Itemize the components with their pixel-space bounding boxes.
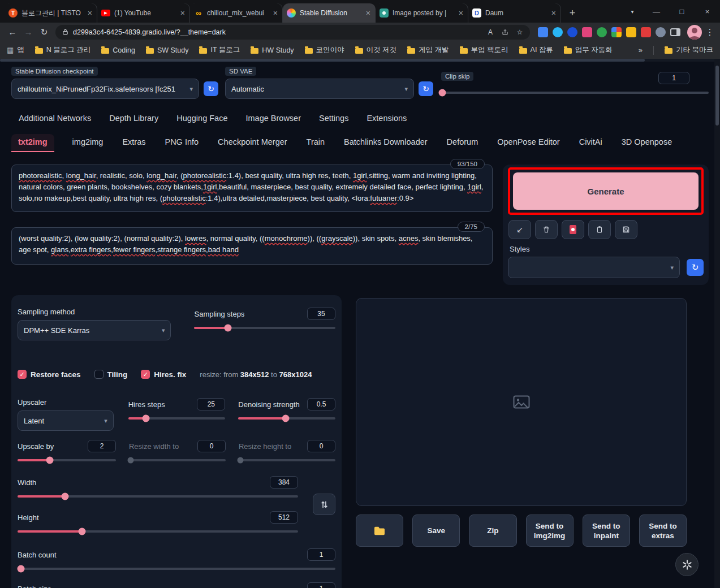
extension-icon[interactable] bbox=[538, 27, 548, 37]
checkbox[interactable]: ✓ bbox=[18, 370, 27, 379]
browser-menu-button[interactable]: ⋮ bbox=[704, 27, 715, 37]
slider-handle[interactable] bbox=[128, 457, 134, 464]
close-window-button[interactable]: × bbox=[695, 0, 720, 23]
bookmark-folder[interactable]: N 블로그 관리 bbox=[35, 45, 90, 55]
bookmark-folder[interactable]: 게임 개발 bbox=[407, 45, 449, 55]
slider-handle[interactable] bbox=[46, 457, 54, 464]
resize-height-slider[interactable] bbox=[239, 459, 335, 461]
tab-img2img[interactable]: img2img bbox=[71, 134, 105, 152]
tab-deforum[interactable]: Deforum bbox=[446, 134, 480, 152]
browser-tab-image-posted[interactable]: Image posted by | × bbox=[376, 3, 468, 23]
checkpoint-refresh-button[interactable]: ↻ bbox=[204, 81, 218, 96]
hires-steps-slider[interactable] bbox=[128, 417, 226, 420]
height-input[interactable]: 512 bbox=[270, 511, 298, 524]
url-text[interactable]: d299a3c4-6425-4839.gradio.live/?__theme=… bbox=[73, 28, 226, 36]
tab-train[interactable]: Train bbox=[305, 134, 326, 152]
styles-refresh-button[interactable]: ↻ bbox=[687, 259, 704, 276]
nav-depth-library[interactable]: Depth Library bbox=[109, 114, 158, 123]
tab-extras[interactable]: Extras bbox=[121, 134, 146, 152]
bookmark-folder[interactable]: HW Study bbox=[251, 46, 294, 54]
browser-tab-tistory[interactable]: T 블로그관리 | TISTO × bbox=[5, 3, 97, 23]
save-style-button[interactable] bbox=[615, 220, 637, 239]
clear-prompt-button[interactable] bbox=[535, 220, 558, 239]
bookmark-folder[interactable]: 업무 자동화 bbox=[564, 45, 613, 55]
slider-handle[interactable] bbox=[17, 565, 24, 573]
resize-width-input[interactable]: 0 bbox=[197, 440, 226, 452]
nav-additional-networks[interactable]: Additional Networks bbox=[19, 114, 91, 123]
slider-handle[interactable] bbox=[225, 325, 232, 332]
sampling-method-dropdown[interactable]: DPM++ SDE Karras ▾ bbox=[18, 320, 171, 340]
minimize-button[interactable]: — bbox=[644, 0, 669, 23]
styles-dropdown[interactable]: ▾ bbox=[508, 257, 680, 278]
extra-networks-button[interactable] bbox=[562, 220, 584, 239]
zip-button[interactable]: Zip bbox=[469, 514, 516, 547]
restore-faces-checkbox[interactable]: ✓ Restore faces bbox=[18, 370, 81, 379]
width-input[interactable]: 384 bbox=[270, 476, 298, 488]
extension-icon[interactable] bbox=[553, 27, 563, 37]
translate-icon[interactable]: A bbox=[484, 25, 497, 39]
tab-checkpoint-merger[interactable]: Checkpoint Merger bbox=[217, 134, 288, 152]
share-icon[interactable] bbox=[498, 25, 512, 39]
extension-icon[interactable] bbox=[567, 27, 577, 37]
send-to-img2img-button[interactable]: Send to img2img bbox=[526, 514, 574, 547]
upscale-by-slider[interactable] bbox=[18, 459, 116, 461]
side-panel-icon[interactable] bbox=[670, 28, 680, 36]
close-icon[interactable]: × bbox=[365, 9, 372, 17]
scrollbar-thumb[interactable] bbox=[0, 59, 645, 62]
vae-dropdown[interactable]: Automatic ▾ bbox=[225, 79, 414, 99]
width-slider[interactable] bbox=[18, 495, 298, 498]
extension-icon[interactable] bbox=[582, 27, 592, 37]
back-button[interactable]: ← bbox=[5, 24, 20, 40]
forward-button[interactable]: → bbox=[20, 24, 36, 40]
bookmark-apps[interactable]: ▦앱 bbox=[7, 45, 24, 55]
address-bar[interactable]: d299a3c4-6425-4839.gradio.live/?__theme=… bbox=[55, 25, 530, 40]
scrollbar-thumb[interactable] bbox=[715, 66, 719, 126]
nav-settings[interactable]: Settings bbox=[319, 114, 348, 123]
clip-skip-slider[interactable] bbox=[441, 92, 709, 94]
batch-count-slider[interactable] bbox=[18, 568, 335, 570]
extension-icon[interactable] bbox=[611, 27, 622, 37]
extension-icon[interactable] bbox=[641, 27, 651, 37]
browser-tab-youtube[interactable]: ▶ (1) YouTube × bbox=[97, 3, 190, 23]
close-icon[interactable]: × bbox=[458, 9, 464, 17]
prompt-textarea[interactable]: photorealistic, long_hair, realistic, so… bbox=[11, 165, 493, 212]
hires-steps-input[interactable]: 25 bbox=[197, 398, 225, 410]
nav-image-browser[interactable]: Image Browser bbox=[245, 114, 301, 123]
tiling-checkbox[interactable]: Tiling bbox=[94, 370, 128, 379]
vertical-scrollbar[interactable] bbox=[714, 59, 720, 588]
checkbox[interactable] bbox=[94, 370, 104, 379]
upscaler-dropdown[interactable]: Latent ▾ bbox=[18, 410, 114, 431]
bookmark-folder[interactable]: 코인이야 bbox=[305, 45, 344, 55]
hires-fix-checkbox[interactable]: ✓ Hires. fix bbox=[141, 370, 186, 379]
new-tab-button[interactable]: + bbox=[564, 5, 580, 21]
resize-width-slider[interactable] bbox=[129, 459, 226, 461]
browser-tab-daum[interactable]: D Daum × bbox=[468, 3, 561, 23]
paste-params-button[interactable]: ↙ bbox=[508, 220, 531, 239]
extension-icon[interactable] bbox=[626, 27, 636, 37]
chatgpt-logo[interactable] bbox=[675, 553, 699, 576]
clip-skip-input[interactable]: 1 bbox=[658, 72, 689, 84]
save-button[interactable]: Save bbox=[412, 514, 460, 547]
send-to-inpaint-button[interactable]: Send to inpaint bbox=[583, 514, 630, 547]
close-icon[interactable]: × bbox=[272, 9, 279, 17]
tab-txt2img[interactable]: txt2img bbox=[11, 134, 54, 152]
bookmark-folder[interactable]: IT 블로그 bbox=[199, 45, 240, 55]
reload-button[interactable]: ↻ bbox=[36, 24, 52, 40]
sampling-steps-slider[interactable] bbox=[194, 327, 335, 329]
nav-hugging-face[interactable]: Hugging Face bbox=[176, 114, 227, 123]
slider-handle[interactable] bbox=[142, 415, 149, 422]
browser-tab-colab[interactable]: ∞ chillout_mix_webui × bbox=[190, 3, 283, 23]
slider-handle[interactable] bbox=[282, 415, 290, 422]
maximize-button[interactable]: □ bbox=[669, 0, 695, 23]
lock-icon[interactable] bbox=[62, 28, 68, 36]
bookmark-folder[interactable]: AI 잡류 bbox=[519, 45, 553, 55]
slider-handle[interactable] bbox=[439, 89, 446, 97]
resize-height-input[interactable]: 0 bbox=[307, 440, 335, 452]
height-slider[interactable] bbox=[18, 530, 298, 533]
checkbox[interactable]: ✓ bbox=[141, 370, 150, 379]
nav-extensions[interactable]: Extensions bbox=[367, 114, 407, 123]
checkpoint-dropdown[interactable]: chilloutmix_NiPrunedFp32Fix.safetensors … bbox=[11, 79, 199, 99]
sampling-steps-input[interactable]: 35 bbox=[307, 308, 335, 320]
negative-prompt-textarea[interactable]: (worst quality:2), (low quality:2), (nor… bbox=[11, 227, 493, 265]
star-icon[interactable]: ☆ bbox=[513, 25, 527, 39]
